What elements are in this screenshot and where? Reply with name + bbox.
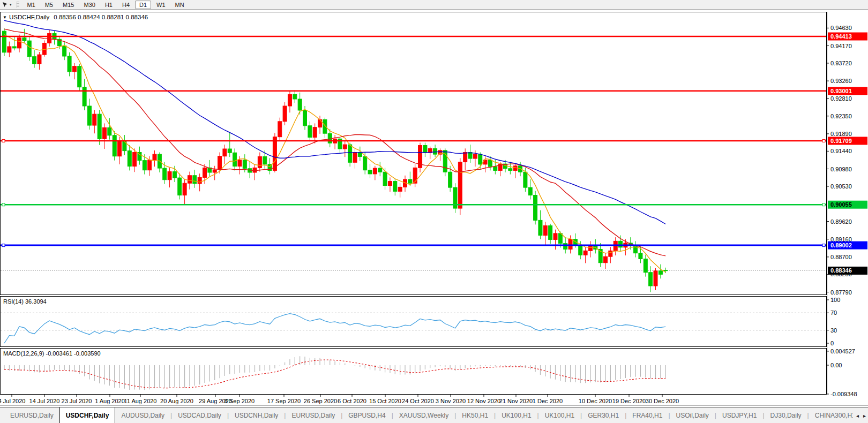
date-tick-label: 3 Nov 2020	[436, 398, 466, 404]
date-tick-label: 10 Dec 2020	[579, 398, 612, 404]
date-tick-label: 24 Oct 2020	[402, 398, 434, 404]
macd-tick-label: 0.00	[830, 362, 842, 368]
chart-tab-gbpusd-h4[interactable]: GBPUSD,H4	[342, 407, 391, 423]
hline-price-label: 0.94413	[828, 33, 867, 41]
date-tick-label: 12 Nov 2020	[467, 398, 500, 404]
current-price-label: 0.88346	[828, 267, 867, 275]
rsi-tick-label: 70	[830, 309, 837, 316]
chart-canvas[interactable]: 0.946300.941700.937200.932600.928100.923…	[0, 0, 868, 423]
date-tick-label: 6 Oct 2020	[338, 398, 366, 404]
chart-tab-hk50-h1[interactable]: HK50,H1	[456, 407, 494, 423]
price-tick-label: 0.91440	[830, 148, 852, 154]
price-tick-label: 0.90980	[830, 166, 852, 172]
svg-text:0.93001: 0.93001	[830, 88, 852, 94]
chart-tab-usdjpy-h1[interactable]: USDJPY,H1	[716, 407, 762, 423]
macd-signal-value: -0.003590	[74, 350, 101, 357]
hline-handle[interactable]	[2, 244, 5, 247]
date-tick-label: 23 Jul 2020	[62, 398, 92, 404]
chart-tab-xauusd-weekly[interactable]: XAUUSD,Weekly	[393, 407, 454, 423]
price-tick-label: 0.87790	[830, 289, 852, 296]
macd-indicator-name: MACD(12,26,9)	[3, 350, 44, 357]
svg-text:0.89002: 0.89002	[830, 242, 852, 248]
chart-tab-dj30-daily[interactable]: DJ30,Daily	[765, 407, 807, 423]
price-tick-label: 0.93720	[830, 60, 852, 66]
chart-tab-eurusd-daily[interactable]: EURUSD,Daily	[4, 407, 59, 423]
candle	[113, 131, 116, 161]
hline-handle[interactable]	[2, 203, 5, 206]
hline-price-label: 0.93001	[828, 87, 867, 95]
svg-text:0.90055: 0.90055	[830, 201, 852, 208]
chart-tab-ger30-h1[interactable]: GER30,H1	[582, 407, 625, 423]
hline-handle[interactable]	[822, 203, 825, 206]
date-tick-label: 15 Oct 2020	[369, 398, 401, 404]
candle	[534, 191, 537, 225]
price-tick-label: 0.90530	[830, 183, 852, 190]
date-tick-label: 19 Dec 2020	[612, 398, 646, 404]
chart-ohlc-values: 0.88356 0.88424 0.88281 0.88346	[54, 14, 148, 20]
date-tick-label: 8 Sep 2020	[225, 398, 255, 404]
rsi-tick-label: 30	[830, 327, 837, 334]
candle	[443, 148, 447, 176]
date-tick-label: 21 Nov 2020	[499, 398, 533, 404]
price-tick-label: 0.93260	[830, 78, 852, 84]
rsi-pane-label: RSI(14) 36.3094	[3, 298, 47, 305]
price-tick-label: 0.89620	[830, 218, 852, 225]
chart-symbol-label: USDCHF,Daily	[9, 14, 49, 20]
date-tick-label: 17 Sep 2020	[267, 398, 301, 404]
rsi-indicator-name: RSI(14)	[3, 298, 24, 305]
price-tick-label: 0.91890	[830, 131, 852, 137]
chart-tab-usdchf-daily[interactable]: USDCHF,Daily	[59, 407, 116, 423]
date-tick-label: 30 Dec 2020	[646, 398, 679, 404]
price-tick-label: 0.88700	[830, 254, 852, 260]
date-tick-label: 1 Dec 2020	[533, 398, 563, 404]
macd-tick-label: 0.004527	[830, 348, 855, 354]
candle	[453, 183, 457, 213]
chart-tab-eurusd-daily[interactable]: EURUSD,Daily	[286, 407, 341, 423]
candle	[3, 28, 6, 56]
hline-price-label: 0.89002	[828, 241, 867, 250]
hline-price-label: 0.90055	[828, 201, 867, 209]
date-tick-label: 11 Aug 2020	[124, 398, 157, 404]
macd-main-value: -0.003461	[46, 350, 72, 357]
chart-collapse-icon[interactable]: ▼	[3, 15, 7, 20]
date-tick-label: 26 Sep 2020	[304, 398, 337, 404]
chart-tabbar: EURUSD,DailyUSDCHF,DailyAUDUSD,Daily|USD…	[0, 407, 868, 423]
tabs-scroll-right-icon[interactable]: ▸	[863, 413, 866, 419]
svg-text:0.88346: 0.88346	[830, 267, 852, 274]
price-tick-label: 0.92810	[830, 95, 852, 102]
date-axis[interactable]: 4 Jul 202014 Jul 202023 Jul 20201 Aug 20…	[0, 395, 679, 404]
rsi-tick-label: 100	[830, 297, 840, 303]
chart-tab-fra40-h1[interactable]: FRA40,H1	[626, 407, 668, 423]
price-tick-label: 0.94630	[830, 25, 852, 31]
date-tick-label: 1 Aug 2020	[95, 398, 125, 404]
chart-tab-usdcnh-daily[interactable]: USDCNH,Daily	[229, 407, 284, 423]
candle	[418, 142, 422, 172]
terminal-window: ▾ M1M5M15M30H1H4D1W1MN 0.946300.941700.9…	[0, 0, 868, 423]
macd-tick-label: -0.009348	[830, 391, 857, 397]
chart-tab-uk100-h1[interactable]: UK100,H1	[539, 407, 580, 423]
hline-handle[interactable]	[2, 139, 5, 142]
rsi-indicator-value: 36.3094	[25, 298, 47, 305]
macd-pane-label: MACD(12,26,9) -0.003461 -0.003590	[3, 350, 101, 357]
chart-tab-uk100-h1[interactable]: UK100,H1	[496, 407, 537, 423]
svg-text:0.91709: 0.91709	[830, 138, 852, 144]
hline-handle[interactable]	[822, 139, 825, 142]
hline-handle[interactable]	[822, 244, 825, 247]
tabs-scroll-left-icon[interactable]: ◂	[856, 413, 859, 419]
candle	[78, 64, 81, 90]
price-tick-label: 0.94170	[830, 43, 852, 49]
date-tick-label: 20 Aug 2020	[160, 398, 193, 404]
hline-price-label: 0.91709	[828, 137, 867, 145]
rsi-tick-label: 0	[830, 340, 834, 346]
rsi-pane[interactable]	[1, 297, 827, 347]
price-tick-label: 0.92350	[830, 113, 852, 119]
chart-title: ▼ USDCHF,Daily 0.88356 0.88424 0.88281 0…	[3, 14, 148, 20]
chart-tab-audusd-daily[interactable]: AUDUSD,Daily	[115, 407, 170, 423]
chart-tab-usoil-daily[interactable]: USOil,Daily	[670, 407, 715, 423]
main-chart-pane[interactable]	[1, 12, 827, 295]
date-tick-label: 4 Jul 2020	[0, 398, 25, 404]
date-tick-label: 14 Jul 2020	[29, 398, 60, 404]
chart-tab-usdcad-daily[interactable]: USDCAD,Daily	[172, 407, 227, 423]
svg-text:0.94413: 0.94413	[830, 33, 852, 40]
candle	[458, 158, 462, 215]
